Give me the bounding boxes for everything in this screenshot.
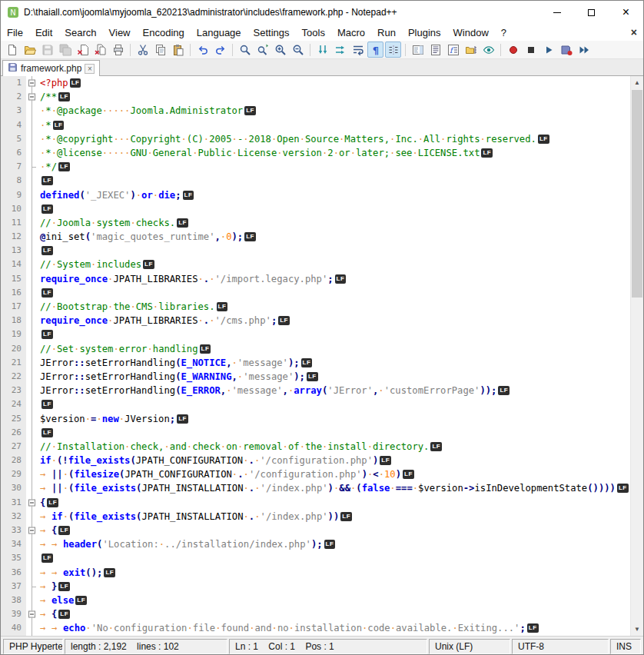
code-line[interactable]: 24LF — [1, 397, 630, 411]
close-all-button[interactable] — [92, 42, 108, 58]
zoom-out-button[interactable] — [290, 42, 306, 58]
menu-item-edit[interactable]: Edit — [29, 24, 58, 41]
folder-as-workspace-button[interactable] — [463, 42, 479, 58]
code-line[interactable]: 6·*·@license·····GNU·General·Public·Lice… — [1, 146, 630, 160]
scroll-up-icon[interactable]: ▲ — [631, 76, 643, 89]
save-all-button[interactable] — [57, 42, 73, 58]
menu-item-run[interactable]: Run — [371, 24, 402, 41]
menu-item-encoding[interactable]: Encoding — [137, 24, 191, 41]
fold-collapse-icon[interactable] — [28, 94, 35, 101]
show-indent-guide-button[interactable] — [385, 42, 401, 58]
code-line[interactable]: 8LF — [1, 174, 630, 188]
menu-item-tools[interactable]: Tools — [296, 24, 331, 41]
document-map-button[interactable] — [410, 42, 426, 58]
menu-item-file[interactable]: File — [1, 24, 29, 41]
find-button[interactable] — [237, 42, 253, 58]
code-line[interactable]: 39→{LF — [1, 607, 630, 621]
menu-item-view[interactable]: View — [103, 24, 137, 41]
word-wrap-button[interactable] — [350, 42, 366, 58]
code-line[interactable]: 13LF — [1, 244, 630, 258]
minimize-button[interactable] — [539, 1, 574, 24]
fold-collapse-icon[interactable] — [28, 80, 35, 87]
function-list-button[interactable]: f — [445, 42, 461, 58]
insert-mode-pane[interactable]: INS — [610, 639, 641, 654]
code-line[interactable]: 30→||·(file_exists(JPATH_INSTALLATION·.·… — [1, 481, 630, 495]
code-line[interactable]: 18require_once·JPATH_LIBRARIES·.·'/cms.p… — [1, 314, 630, 328]
encoding-pane[interactable]: UTF-8 — [512, 639, 609, 654]
code-line[interactable]: 15require_once·JPATH_LIBRARIES·.·'/impor… — [1, 272, 630, 286]
scrollbar-thumb[interactable] — [632, 90, 642, 298]
code-line[interactable]: 21JError::setErrorHandling(E_NOTICE,·'me… — [1, 356, 630, 370]
menu-item-search[interactable]: Search — [58, 24, 102, 41]
print-button[interactable] — [110, 42, 126, 58]
code-line[interactable]: 14//·System·includesLF — [1, 258, 630, 271]
eol-format-pane[interactable]: Unix (LF) — [429, 639, 510, 654]
stop-macro-button[interactable] — [523, 42, 539, 58]
code-line[interactable]: 35LF — [1, 551, 630, 565]
menu-item-macro[interactable]: Macro — [331, 24, 371, 41]
tab-framework-php[interactable]: framework.php × — [2, 60, 100, 76]
code-line[interactable]: 16LF — [1, 286, 630, 300]
code-line[interactable]: 32→if·(file_exists(JPATH_INSTALLATION·.·… — [1, 510, 630, 524]
close-file-button[interactable] — [75, 42, 91, 58]
sync-vertical-button[interactable] — [314, 42, 330, 58]
code-line[interactable]: 19LF — [1, 328, 630, 341]
code-line[interactable]: 31{LF — [1, 496, 630, 510]
fold-collapse-icon[interactable] — [28, 611, 35, 618]
document-list-button[interactable] — [427, 42, 443, 58]
code-line[interactable]: 1<?phpLF — [1, 76, 630, 90]
menu-item-help[interactable]: ? — [495, 24, 513, 41]
code-line[interactable]: 20//·Set·system·error·handlingLF — [1, 342, 630, 356]
code-line[interactable]: 23JError::setErrorHandling(E_ERROR,·'mes… — [1, 384, 630, 397]
code-line[interactable]: 40→→echo·'No·configuration·file·found·an… — [1, 621, 630, 635]
save-macro-button[interactable] — [558, 42, 574, 58]
zoom-in-button[interactable] — [272, 42, 288, 58]
code-line[interactable]: 26LF — [1, 426, 630, 440]
code-line[interactable]: 33→{LF — [1, 524, 630, 537]
menu-item-window[interactable]: Window — [447, 24, 495, 41]
maximize-button[interactable] — [574, 1, 609, 24]
save-button[interactable] — [39, 42, 55, 58]
cut-button[interactable] — [134, 42, 151, 58]
code-line[interactable]: 27//·Installation·check,·and·check·on·re… — [1, 440, 630, 454]
code-line[interactable]: 22JError::setErrorHandling(E_WARNING,·'m… — [1, 370, 630, 384]
code-line[interactable]: 7·*/LF — [1, 160, 630, 174]
code-line[interactable]: 3·*·@package·····Joomla.AdministratorLF — [1, 104, 630, 118]
scroll-down-icon[interactable]: ▼ — [631, 623, 643, 636]
redo-button[interactable] — [212, 42, 228, 58]
menu-item-settings[interactable]: Settings — [247, 24, 296, 41]
code-line[interactable]: 29→||·(filesize(JPATH_CONFIGURATION·.·'/… — [1, 467, 630, 481]
paste-button[interactable] — [170, 42, 186, 58]
fold-collapse-icon[interactable] — [28, 527, 35, 534]
fold-collapse-icon[interactable] — [28, 499, 35, 506]
code-line[interactable]: 4·*LF — [1, 118, 630, 132]
code-line[interactable]: 9defined('_JEXEC')·or·die;LF — [1, 188, 630, 202]
monitoring-button[interactable] — [480, 42, 496, 58]
code-line[interactable]: 11//·Joomla·system·checks.LF — [1, 216, 630, 230]
editor[interactable]: 1<?phpLF2/**LF3·*·@package·····Joomla.Ad… — [1, 76, 643, 636]
tab-close-icon[interactable]: × — [85, 64, 95, 74]
replace-button[interactable] — [254, 42, 271, 58]
code-line[interactable]: 38→elseLF — [1, 593, 630, 607]
run-macro-multiple-button[interactable] — [576, 42, 592, 58]
close-button[interactable]: × — [609, 1, 643, 24]
show-all-characters-button[interactable]: ¶ — [367, 42, 383, 58]
code-line[interactable]: 17//·Bootstrap·the·CMS·libraries.LF — [1, 300, 630, 314]
menu-item-plugins[interactable]: Plugins — [402, 24, 447, 41]
undo-button[interactable] — [194, 42, 211, 58]
record-macro-button[interactable] — [505, 42, 521, 58]
close-document-icon[interactable]: × — [631, 24, 637, 41]
code-line[interactable]: 25$version·=·new·JVersion;LF — [1, 412, 630, 426]
code-line[interactable]: 34→→header('Location:·../installation/in… — [1, 537, 630, 551]
vertical-scrollbar[interactable]: ▲ ▼ — [630, 76, 643, 636]
code-line[interactable]: 28if·(!file_exists(JPATH_CONFIGURATION·.… — [1, 454, 630, 467]
menu-item-language[interactable]: Language — [191, 24, 247, 41]
code-line[interactable]: 2/**LF — [1, 90, 630, 104]
code-line[interactable]: 10LF — [1, 202, 630, 216]
code-line[interactable]: 12@ini_set('magic_quotes_runtime',·0);LF — [1, 230, 630, 244]
playback-macro-button[interactable] — [540, 42, 556, 58]
open-file-button[interactable] — [22, 42, 38, 58]
sync-horizontal-button[interactable] — [332, 42, 348, 58]
code-line[interactable]: 37→}LF — [1, 580, 630, 593]
code-line[interactable]: 36→→exit();LF — [1, 566, 630, 580]
